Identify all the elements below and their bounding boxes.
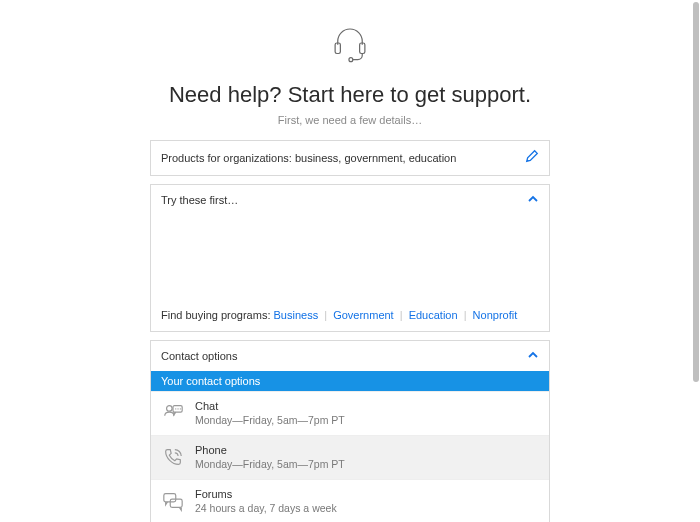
separator: | (324, 309, 327, 321)
contact-option-title: Forums (195, 488, 337, 502)
chevron-up-icon (527, 193, 539, 207)
try-first-panel: Try these first… Find buying programs: B… (150, 184, 550, 332)
buying-programs-line: Find buying programs: Business | Governm… (161, 309, 539, 321)
link-government[interactable]: Government (333, 309, 394, 321)
headset-icon (329, 22, 371, 68)
contact-option-phone[interactable]: Phone Monday—Friday, 5am—7pm PT (151, 435, 549, 479)
contact-options-panel: Contact options Your contact options (150, 340, 550, 522)
contact-options-banner: Your contact options (151, 371, 549, 391)
svg-point-3 (167, 406, 173, 412)
svg-point-6 (177, 409, 178, 410)
contact-option-chat[interactable]: Chat Monday—Friday, 5am—7pm PT (151, 391, 549, 435)
contact-options-header[interactable]: Contact options (151, 341, 549, 371)
link-education[interactable]: Education (409, 309, 458, 321)
chat-icon (161, 401, 185, 425)
separator: | (400, 309, 403, 321)
svg-point-7 (180, 409, 181, 410)
svg-point-5 (175, 409, 176, 410)
product-selector[interactable]: Products for organizations: business, go… (150, 140, 550, 176)
try-first-header[interactable]: Try these first… (151, 185, 549, 215)
contact-options-header-label: Contact options (161, 350, 237, 362)
contact-option-title: Phone (195, 444, 345, 458)
svg-point-2 (349, 58, 353, 62)
edit-icon[interactable] (525, 149, 539, 167)
try-first-header-label: Try these first… (161, 194, 238, 206)
scrollbar[interactable] (693, 2, 699, 382)
contact-option-forums[interactable]: Forums 24 hours a day, 7 days a week (151, 479, 549, 522)
page-title: Need help? Start here to get support. (150, 82, 550, 108)
buying-prefix: Find buying programs: (161, 309, 270, 321)
forums-icon (161, 489, 185, 513)
try-content-area (161, 223, 539, 309)
phone-icon (161, 445, 185, 469)
separator: | (464, 309, 467, 321)
contact-option-title: Chat (195, 400, 345, 414)
contact-option-sub: 24 hours a day, 7 days a week (195, 502, 337, 515)
link-business[interactable]: Business (274, 309, 319, 321)
product-selector-label: Products for organizations: business, go… (161, 152, 456, 164)
contact-option-sub: Monday—Friday, 5am—7pm PT (195, 414, 345, 427)
page-subtitle: First, we need a few details… (150, 114, 550, 126)
contact-option-sub: Monday—Friday, 5am—7pm PT (195, 458, 345, 471)
chevron-up-icon (527, 349, 539, 363)
link-nonprofit[interactable]: Nonprofit (473, 309, 518, 321)
